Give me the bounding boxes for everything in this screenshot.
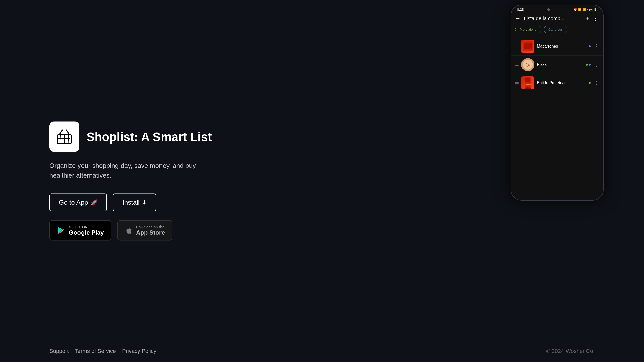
alarm-icon: ⏰ xyxy=(574,8,577,11)
footer-links: Support Terms of Service Privacy Policy xyxy=(49,348,156,354)
item-image-batido: PROTEIN xyxy=(521,76,534,89)
svg-text:MAC: MAC xyxy=(526,46,530,48)
drag-handle[interactable] xyxy=(515,82,519,84)
svg-point-12 xyxy=(527,66,528,67)
svg-point-15 xyxy=(525,87,531,89)
google-play-large-text: Google Play xyxy=(69,229,104,236)
tab-carrefour[interactable]: Carrefour xyxy=(544,26,567,33)
app-store-large-text: App Store xyxy=(136,229,165,236)
item-name-pizza: Pizza xyxy=(537,62,583,67)
terms-link[interactable]: Terms of Service xyxy=(75,348,116,354)
list-item: MAC Macarrones ⋮ xyxy=(511,37,603,56)
google-play-small-text: GET IT ON xyxy=(69,225,104,229)
support-link[interactable]: Support xyxy=(49,348,69,354)
app-description: Organize your shopping day, save money, … xyxy=(49,161,210,180)
svg-line-4 xyxy=(68,135,69,144)
phone-frame: 8:23 ⏰ 📶 📶 46% 🔋 ← Lista de la comp... +… xyxy=(511,5,604,201)
svg-point-10 xyxy=(526,63,527,64)
svg-text:PROTEIN: PROTEIN xyxy=(525,84,531,86)
battery-text: 46% xyxy=(587,8,593,11)
dot-green xyxy=(589,82,591,84)
copyright: © 2024 Wosher Co. xyxy=(546,348,595,354)
more-options-button[interactable]: ⋮ xyxy=(592,15,599,22)
list-item: Pizza ⋮ xyxy=(511,56,603,74)
phone-mockup: 8:23 ⏰ 📶 📶 46% 🔋 ← Lista de la comp... +… xyxy=(511,5,604,201)
app-store-small-text: Download on the xyxy=(136,225,165,229)
item-dots-pizza xyxy=(586,64,591,66)
go-to-app-button[interactable]: Go to App 🚀 xyxy=(49,194,107,211)
status-bar: 8:23 ⏰ 📶 📶 46% 🔋 xyxy=(511,5,603,13)
phone-header-bar: ← Lista de la comp... + ⋮ xyxy=(511,13,603,25)
privacy-link[interactable]: Privacy Policy xyxy=(122,348,156,354)
svg-line-3 xyxy=(60,135,60,144)
drag-handle[interactable] xyxy=(515,46,519,47)
wifi-icon: 📶 xyxy=(578,8,582,11)
signal-icon: 📶 xyxy=(583,8,586,11)
store-buttons: GET IT ON Google Play Download on the Ap… xyxy=(49,220,212,241)
shopping-list: MAC Macarrones ⋮ xyxy=(511,36,603,200)
status-time: 8:23 xyxy=(517,8,524,11)
action-buttons: Go to App 🚀 Install ⬇ xyxy=(49,194,212,211)
item-menu-macarrones[interactable]: ⋮ xyxy=(593,43,600,49)
item-menu-batido[interactable]: ⋮ xyxy=(593,80,600,86)
item-dots-batido xyxy=(589,82,591,84)
store-tabs: Mercadona Carrefour xyxy=(511,25,603,36)
download-icon: ⬇ xyxy=(142,199,147,206)
header-action-icons: + ⋮ xyxy=(585,15,599,22)
phone-header-title: Lista de la comp... xyxy=(524,16,585,21)
item-menu-pizza[interactable]: ⋮ xyxy=(593,62,600,67)
footer: Support Terms of Service Privacy Policy … xyxy=(49,348,595,354)
app-title: Shoplist: A Smart List xyxy=(87,130,212,144)
dot-blue xyxy=(589,45,591,47)
item-name-macarrones: Macarrones xyxy=(537,44,586,49)
item-image-pizza xyxy=(521,58,534,71)
app-icon xyxy=(49,122,79,152)
item-dots-macarrones xyxy=(589,45,591,47)
add-button[interactable]: + xyxy=(585,15,590,22)
left-content: Shoplist: A Smart List Organize your sho… xyxy=(49,122,212,241)
install-button[interactable]: Install ⬇ xyxy=(113,194,156,211)
app-header: Shoplist: A Smart List xyxy=(49,122,212,152)
list-item: PROTEIN Batido Proteína ⋮ xyxy=(511,74,603,92)
camera-dot xyxy=(547,8,550,11)
phone-screen: 8:23 ⏰ 📶 📶 46% 🔋 ← Lista de la comp... +… xyxy=(511,5,603,200)
svg-point-9 xyxy=(523,60,533,70)
item-image-macarrones: MAC xyxy=(521,40,534,53)
svg-point-11 xyxy=(528,64,530,66)
status-icons: ⏰ 📶 📶 46% 🔋 xyxy=(574,8,597,11)
rocket-icon: 🚀 xyxy=(91,199,97,206)
dot-green xyxy=(586,64,588,66)
svg-rect-14 xyxy=(525,78,530,82)
back-button[interactable]: ← xyxy=(515,15,521,22)
item-name-batido: Batido Proteína xyxy=(537,81,586,85)
drag-handle[interactable] xyxy=(515,64,519,66)
app-store-button[interactable]: Download on the App Store xyxy=(117,220,173,241)
battery-icon: 🔋 xyxy=(594,8,597,11)
tab-mercadona[interactable]: Mercadona xyxy=(515,26,541,33)
dot-blue xyxy=(589,64,591,66)
google-play-button[interactable]: GET IT ON Google Play xyxy=(49,220,111,241)
